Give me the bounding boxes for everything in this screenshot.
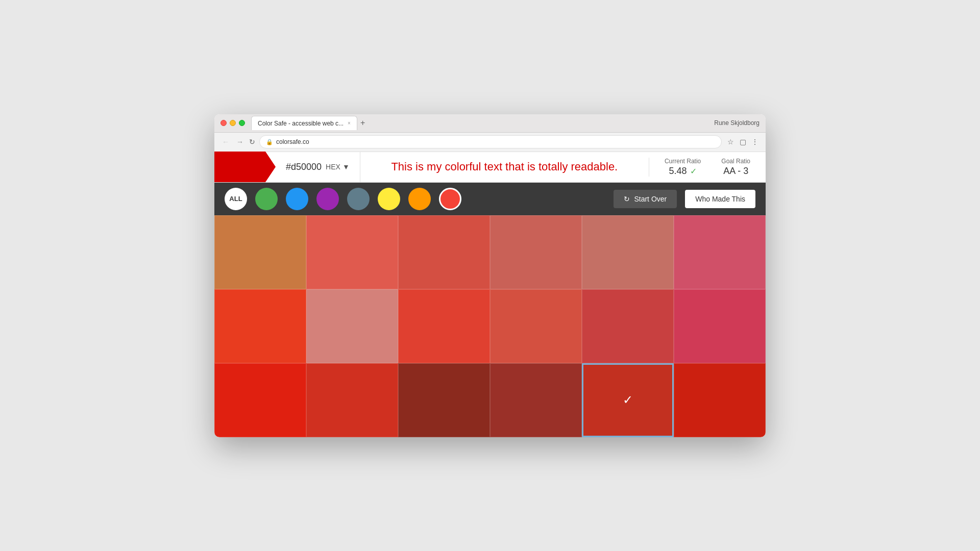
tab-title: Color Safe - accessible web c... [258,120,344,127]
current-ratio-value: 5.48 ✓ [669,166,697,177]
tab-bar: Color Safe - accessible web c... × + [251,116,714,130]
browser-toolbar-icons: ☆ ▢ ⋮ [726,137,760,146]
traffic-lights [220,120,245,126]
close-button[interactable] [220,120,227,126]
color-cell[interactable] [398,215,490,289]
color-cell[interactable] [214,363,306,437]
start-over-label: Start Over [634,195,667,203]
dropdown-chevron-icon: ▼ [342,163,350,171]
hex-value[interactable]: #d50000 [286,162,322,172]
color-triangle [265,152,276,182]
filter-red-button[interactable] [439,188,461,210]
color-cell[interactable] [490,289,582,363]
hex-input-area: #d50000 HEX ▼ [276,152,360,182]
color-cell[interactable] [214,215,306,289]
address-bar: ← → ↻ 🔒 colorsafe.co ☆ ▢ ⋮ [214,133,766,152]
goal-ratio-block: Goal Ratio AA - 3 [721,158,750,177]
new-tab-button[interactable]: + [357,118,368,128]
color-cell[interactable] [490,363,582,437]
goal-ratio-label: Goal Ratio [721,158,750,165]
color-swatch[interactable] [214,152,265,182]
color-cell[interactable] [582,215,674,289]
color-cell[interactable] [398,289,490,363]
title-bar: Color Safe - accessible web c... × + Run… [214,114,766,133]
who-made-this-button[interactable]: Who Made This [685,190,755,208]
tab-close-button[interactable]: × [348,120,351,126]
color-cell[interactable] [490,215,582,289]
filter-gray-button[interactable] [347,188,370,210]
color-cell[interactable] [306,215,398,289]
extension-icon[interactable]: ▢ [738,137,747,146]
color-picker-bar: #d50000 HEX ▼ This is my colorful text t… [214,152,766,183]
star-icon[interactable]: ☆ [726,137,735,146]
preview-text: This is my colorful text that is totally… [391,160,618,173]
hex-dropdown[interactable]: HEX ▼ [326,163,350,171]
color-cell[interactable] [306,363,398,437]
ratio-check-icon: ✓ [690,166,697,176]
hex-format-label: HEX [326,163,340,171]
filter-purple-button[interactable] [316,188,339,210]
color-cell[interactable] [674,363,766,437]
refresh-button[interactable]: ↻ [249,138,255,146]
color-cell[interactable] [674,289,766,363]
url-bar[interactable]: 🔒 colorsafe.co [259,135,722,148]
color-cell[interactable] [214,289,306,363]
filter-orange-button[interactable] [408,188,431,210]
refresh-icon: ↻ [624,195,630,203]
filter-yellow-button[interactable] [378,188,400,210]
back-button[interactable]: ← [220,138,231,146]
filter-green-button[interactable] [255,188,278,210]
color-cell[interactable] [582,289,674,363]
app-content: #d50000 HEX ▼ This is my colorful text t… [214,152,766,437]
goal-ratio-value: AA - 3 [723,166,748,177]
url-text: colorsafe.co [276,138,309,145]
preview-text-area: This is my colorful text that is totally… [360,160,649,173]
filter-bar: ALL ↻ Start Over Who Made This [214,183,766,215]
maximize-button[interactable] [239,120,245,126]
browser-window: Color Safe - accessible web c... × + Run… [214,114,766,437]
lock-icon: 🔒 [266,139,273,145]
current-ratio-block: Current Ratio 5.48 ✓ [665,158,701,177]
start-over-button[interactable]: ↻ Start Over [614,190,677,208]
browser-tab[interactable]: Color Safe - accessible web c... × [251,116,357,130]
color-cell[interactable] [582,363,674,437]
current-ratio-label: Current Ratio [665,158,701,165]
color-cell[interactable] [306,289,398,363]
minimize-button[interactable] [230,120,236,126]
forward-button[interactable]: → [235,138,245,146]
color-cell[interactable] [674,215,766,289]
ratio-area: Current Ratio 5.48 ✓ Goal Ratio AA - 3 [649,158,766,177]
color-grid [214,215,766,437]
filter-blue-button[interactable] [286,188,308,210]
filter-all-button[interactable]: ALL [225,188,247,210]
color-cell[interactable] [398,363,490,437]
menu-icon[interactable]: ⋮ [750,137,760,146]
browser-user: Rune Skjoldborg [714,119,760,127]
